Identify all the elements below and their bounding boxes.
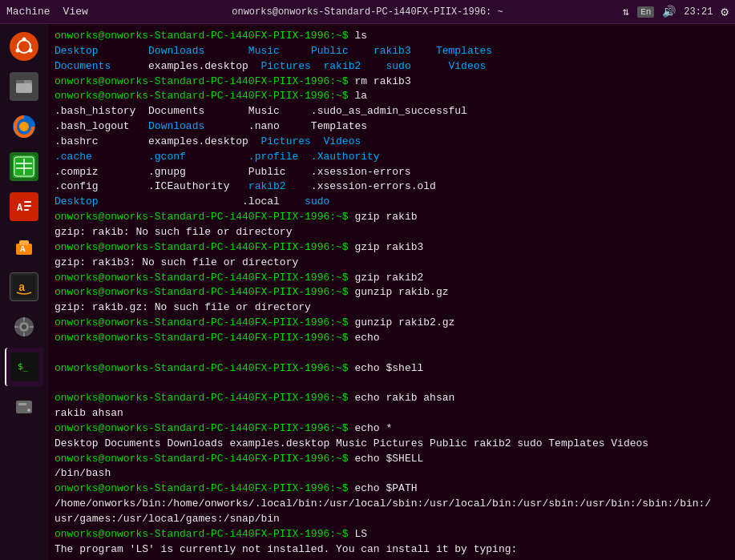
terminal-line: onworks@onworks-Standard-PC-i440FX-PIIX-… [55, 481, 729, 497]
terminal-line: onworks@onworks-Standard-PC-i440FX-PIIX-… [55, 331, 729, 346]
terminal-line: Desktop Downloads Music Public rakib3 Te… [55, 44, 729, 59]
terminal-line: The program 'LS' is currently not instal… [55, 542, 729, 558]
terminal-line: onworks@onworks-Standard-PC-i440FX-PIIX-… [55, 361, 729, 377]
svg-rect-31 [30, 326, 34, 328]
svg-rect-7 [16, 80, 24, 83]
titlebar: Machine View onworks@onworks-Standard-PC… [0, 0, 735, 24]
terminal-line: onworks@onworks-Standard-PC-i440FX-PIIX-… [55, 89, 729, 104]
terminal-line: Desktop .local sudo [55, 195, 729, 210]
terminal-line [55, 346, 729, 361]
volume-icon[interactable]: 🔊 [662, 5, 676, 18]
sidebar-item-firefox[interactable] [5, 107, 43, 146]
titlebar-title: onworks@onworks-Standard-PC-i440FX-PIIX-… [232, 6, 503, 18]
settings-icon[interactable]: ⚙ [721, 4, 729, 20]
terminal-line: Documents examples.desktop Pictures raki… [55, 59, 729, 75]
terminal-line: .bash_logout Downloads .nano Templates [55, 119, 729, 135]
svg-rect-6 [16, 83, 32, 93]
sidebar-item-amazon[interactable]: a [5, 268, 43, 306]
terminal-line: onworks@onworks-Standard-PC-i440FX-PIIX-… [55, 285, 729, 300]
sidebar: A A a [0, 24, 48, 560]
menu-view[interactable]: View [63, 6, 88, 18]
sidebar-item-ubuntu[interactable] [5, 27, 43, 66]
sidebar-item-disk[interactable] [5, 388, 43, 426]
svg-point-9 [19, 122, 29, 131]
terminal-line: onworks@onworks-Standard-PC-i440FX-PIIX-… [55, 421, 729, 437]
titlebar-menu[interactable]: Machine View [6, 6, 88, 18]
svg-point-3 [15, 49, 19, 53]
svg-text:a: a [18, 281, 26, 294]
terminal-line: onworks@onworks-Standard-PC-i440FX-PIIX-… [55, 452, 729, 467]
menu-machine[interactable]: Machine [6, 6, 50, 18]
sidebar-item-files[interactable] [5, 67, 43, 106]
svg-rect-35 [18, 403, 26, 405]
main-layout: A A a [0, 24, 735, 560]
clock: 23:21 [684, 6, 713, 18]
terminal-output[interactable]: onworks@onworks-Standard-PC-i440FX-PIIX-… [48, 24, 735, 560]
svg-rect-19 [24, 209, 29, 211]
sidebar-item-reader[interactable]: A [5, 187, 43, 226]
sidebar-item-settings[interactable] [5, 308, 43, 346]
svg-rect-30 [14, 326, 18, 328]
terminal-line: onworks@onworks-Standard-PC-i440FX-PIIX-… [55, 29, 729, 44]
terminal-line: /bin/bash [55, 466, 729, 481]
titlebar-controls: ⇅ En 🔊 23:21 ⚙ [623, 4, 729, 20]
terminal-line [55, 376, 729, 391]
terminal-line: .compiz .gnupg Public .xsession-errors [55, 165, 729, 180]
terminal-line: gzip: rakib: No such file or directory [55, 225, 729, 240]
terminal-line: gzip: rakib3: No such file or directory [55, 256, 729, 271]
terminal-line: onworks@onworks-Standard-PC-i440FX-PIIX-… [55, 271, 729, 286]
svg-rect-29 [23, 332, 25, 336]
terminal-line: .bashrc examples.desktop Pictures Videos [55, 135, 729, 150]
svg-point-27 [22, 324, 26, 329]
svg-text:$_: $_ [18, 361, 29, 372]
svg-text:A: A [20, 244, 26, 254]
terminal-line: .config .ICEauthority rakib2 .xsession-e… [55, 179, 729, 195]
svg-rect-17 [24, 201, 31, 203]
terminal-line: /home/onworks/bin:/home/onworks/.local/b… [55, 497, 729, 512]
terminal-line: rakib ahsan [55, 406, 729, 421]
terminal-line: gzip: rakib.gz: No such file or director… [55, 300, 729, 316]
terminal-line: onworks@onworks-Standard-PC-i440FX-PIIX-… [55, 240, 729, 256]
svg-point-4 [28, 49, 32, 53]
svg-point-2 [22, 38, 26, 42]
terminal-line: onworks@onworks-Standard-PC-i440FX-PIIX-… [55, 316, 729, 331]
terminal-line: usr/games:/usr/local/games:/snap/bin [55, 512, 729, 527]
terminal-line: onworks@onworks-Standard-PC-i440FX-PIIX-… [55, 391, 729, 406]
keyboard-layout[interactable]: En [637, 6, 654, 18]
svg-point-36 [27, 409, 30, 412]
terminal-line: onworks@onworks-Standard-PC-i440FX-PIIX-… [55, 75, 729, 90]
sort-icon: ⇅ [623, 5, 629, 18]
svg-rect-28 [23, 317, 25, 321]
terminal-line: onworks@onworks-Standard-PC-i440FX-PIIX-… [55, 210, 729, 225]
svg-rect-18 [24, 205, 31, 207]
terminal-line: sudo apt install sl [55, 558, 729, 560]
sidebar-item-spreadsheet[interactable] [5, 147, 43, 186]
sidebar-item-package[interactable]: A [5, 228, 43, 266]
terminal-line: onworks@onworks-Standard-PC-i440FX-PIIX-… [55, 527, 729, 542]
terminal-line: .bash_history Documents Music .sudo_as_a… [55, 104, 729, 119]
terminal-line: Desktop Documents Downloads examples.des… [55, 437, 729, 452]
sidebar-item-terminal[interactable]: $_ [5, 348, 43, 386]
terminal-line: .cache .gconf .profile .Xauthority [55, 150, 729, 165]
svg-text:A: A [17, 203, 23, 214]
